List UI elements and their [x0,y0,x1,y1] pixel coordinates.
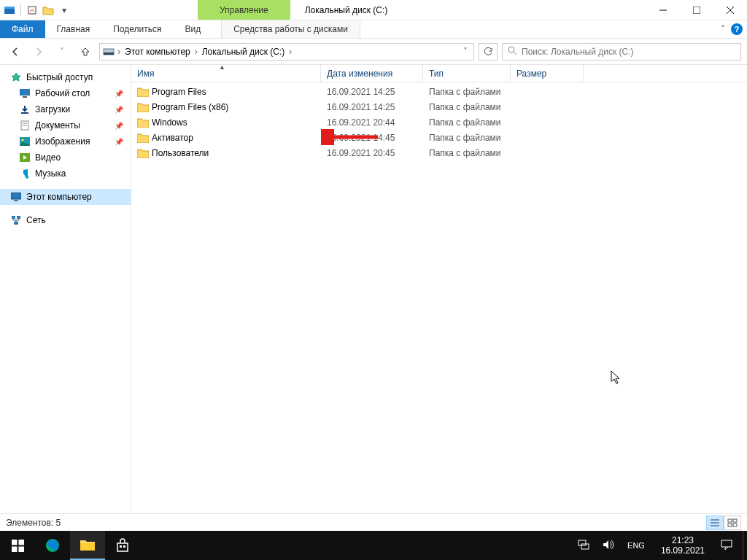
sidebar-item-pictures[interactable]: Изображения 📌 [0,133,131,149]
svg-rect-11 [20,89,30,96]
svg-rect-8 [104,52,114,55]
file-name: Program Files [152,87,206,97]
network-icon [10,214,22,226]
search-icon [507,45,517,58]
column-header-name[interactable]: Имя [131,65,321,82]
sidebar-item-label: Видео [35,152,61,163]
ribbon-collapse-icon[interactable]: ˅ [721,24,725,34]
file-type: Папка с файлами [423,148,511,158]
file-type: Папка с файлами [423,117,511,128]
svg-rect-40 [123,545,125,548]
sidebar-item-label: Загрузки [35,104,70,114]
help-icon[interactable]: ? [731,23,743,35]
forward-button[interactable] [29,42,48,61]
qat-customize-dropdown-icon[interactable]: ▾ [58,4,71,17]
tray-network-icon[interactable] [575,540,592,551]
file-type: Папка с файлами [423,102,511,112]
sort-indicator-icon: ▲ [219,63,225,71]
breadcrumb-chevron-icon[interactable]: › [193,47,199,57]
ribbon-tab-drive-tools[interactable]: Средства работы с дисками [221,20,360,38]
column-header-size[interactable]: Размер [511,65,584,82]
sidebar-item-label: Быстрый доступ [26,72,93,82]
sidebar-item-documents[interactable]: Документы 📌 [0,117,131,133]
sidebar-quick-access[interactable]: Быстрый доступ [0,69,131,85]
status-bar: Элементов: 5 [0,513,747,531]
downloads-icon [19,104,31,115]
this-pc-icon [10,191,22,203]
window-title: Локальный диск (C:) [290,0,646,20]
breadcrumb-chevron-icon[interactable]: › [116,47,122,57]
sidebar-this-pc[interactable]: Этот компьютер [0,189,131,205]
file-row[interactable]: Program Files16.09.2021 14:25Папка с фай… [131,84,747,99]
ribbon-tab-file[interactable]: Файл [0,20,45,38]
tray-clock[interactable]: 21:23 16.09.2021 [655,535,711,556]
sidebar-item-label: Музыка [35,168,66,179]
file-date: 16.09.2021 14:25 [321,87,423,97]
svg-rect-4 [693,7,700,14]
file-row[interactable]: Program Files (x86)16.09.2021 14:25Папка… [131,99,747,114]
star-icon [10,71,22,83]
svg-rect-36 [18,546,24,552]
svg-rect-42 [581,544,589,549]
view-details-button[interactable] [706,516,724,530]
file-type: Папка с файлами [423,133,511,143]
tray-action-center-icon[interactable] [718,540,735,551]
refresh-button[interactable] [479,43,498,61]
sidebar-item-desktop[interactable]: Рабочий стол 📌 [0,85,131,101]
recent-locations-dropdown[interactable]: ˅ [53,42,71,61]
explorer-body: Быстрый доступ Рабочий стол 📌 Загрузки 📌… [0,65,747,513]
svg-line-10 [514,52,516,55]
up-button[interactable] [76,42,95,61]
address-history-dropdown[interactable]: ˅ [459,47,472,57]
qat-new-folder-icon[interactable] [42,4,55,17]
breadcrumb-this-pc[interactable]: Этот компьютер [122,47,193,57]
column-header-date[interactable]: Дата изменения [321,65,423,82]
file-row[interactable]: Пользователи16.09.2021 20:45Папка с файл… [131,145,747,160]
svg-rect-30 [733,519,737,522]
qat-properties-icon[interactable] [26,4,39,17]
window-controls [646,0,747,20]
start-button[interactable] [0,531,35,560]
back-button[interactable] [6,42,25,61]
ribbon-tab-view[interactable]: Вид [173,20,212,38]
svg-rect-23 [17,216,20,219]
address-bar[interactable]: › Этот компьютер › Локальный диск (C:) ›… [99,43,474,61]
sidebar-item-videos[interactable]: Видео [0,149,131,166]
taskbar-store[interactable] [105,531,140,560]
tray-language[interactable]: ENG [624,541,648,550]
ribbon-tab-share[interactable]: Поделиться [101,20,173,38]
search-box[interactable] [502,43,741,61]
breadcrumb-chevron-icon[interactable]: › [287,47,293,57]
pin-icon: 📌 [115,138,123,146]
taskbar-edge[interactable] [35,531,70,560]
file-row[interactable]: Windows16.09.2021 20:44Папка с файлами [131,114,747,130]
taskbar-explorer[interactable] [70,531,105,560]
maximize-button[interactable] [680,0,713,20]
file-name: Windows [152,117,187,128]
tray-date: 16.09.2021 [661,545,705,556]
svg-rect-1 [4,7,15,9]
folder-icon [137,133,149,143]
search-input[interactable] [522,47,736,57]
sidebar-item-downloads[interactable]: Загрузки 📌 [0,101,131,117]
file-name: Активатор [152,133,193,143]
show-desktop-button[interactable] [743,531,747,560]
minimize-button[interactable] [646,0,680,20]
sidebar-item-music[interactable]: Музыка [0,166,131,182]
quick-access-toolbar: ▾ [0,0,74,20]
close-button[interactable] [713,0,747,20]
svg-rect-41 [578,540,586,545]
status-items-label: Элементов: [6,518,53,528]
svg-rect-34 [18,540,24,545]
tray-volume-icon[interactable] [600,540,617,551]
breadcrumb-drive-c[interactable]: Локальный диск (C:) [199,47,288,57]
sidebar-network[interactable]: Сеть [0,212,131,228]
desktop-icon [19,88,31,99]
file-row[interactable]: Активатор16.09.2021 14:45Папка с файлами [131,130,747,145]
column-header-type[interactable]: Тип [423,65,511,82]
view-large-icons-button[interactable] [724,516,741,530]
ribbon-tab-home[interactable]: Главная [45,20,102,38]
videos-icon [19,152,31,163]
svg-rect-38 [80,543,95,551]
sidebar-item-label: Документы [35,120,80,131]
